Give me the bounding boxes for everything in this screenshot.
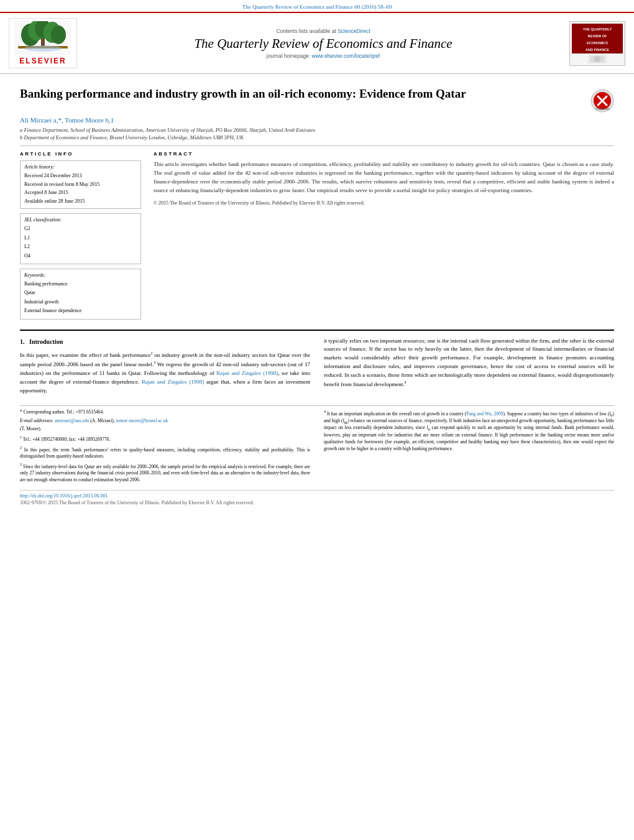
crossmark-badge: CrossMark — [590, 89, 614, 113]
journal-title-header: The Quarterly Review of Economics and Fi… — [90, 36, 557, 52]
svg-point-10 — [594, 55, 600, 62]
affiliation-b: b Department of Economics and Finance, B… — [20, 134, 614, 141]
jel-label: JEL classification: — [24, 217, 137, 223]
copyright-line: © 2015 The Board of Trustees of the Univ… — [154, 200, 614, 206]
received-revised-date: Received in revised form 8 May 2015 — [24, 180, 137, 189]
article-info-abstract-row: ARTICLE INFO Article history: Received 2… — [20, 151, 614, 320]
main-content: Banking performance and industry growth … — [0, 74, 634, 512]
intro-para-right: it typically relies on two important res… — [324, 337, 614, 390]
received-date: Received 24 December 2013 — [24, 172, 137, 180]
history-label: Article history: — [24, 164, 137, 170]
keyword-external: External finance dependence — [24, 307, 137, 315]
jel-code-l1: L1 — [24, 234, 137, 242]
jel-code-g2: G2 — [24, 224, 137, 233]
footnote-area: * Corresponding author. Tel.: +971 65154… — [20, 405, 614, 484]
section-1-title: 1. Introduction — [20, 337, 310, 347]
article-title: Banking performance and industry growth … — [20, 86, 583, 102]
rajan-zingales-ref-1[interactable]: Rajan and Zingales (1998) — [216, 370, 278, 376]
footnote-corresponding: * Corresponding author. Tel.: +971 65154… — [20, 409, 310, 416]
affiliation-a: a Finance Department, School of Business… — [20, 127, 614, 133]
svg-point-7 — [51, 25, 66, 44]
svg-text:CrossMark: CrossMark — [595, 107, 610, 111]
jel-code-l2: L2 — [24, 242, 137, 251]
footnote-tel: (T. Moore). — [20, 426, 310, 433]
accepted-date: Accepted 8 June 2015 — [24, 188, 137, 197]
article-info-column: ARTICLE INFO Article history: Received 2… — [20, 151, 141, 320]
keyword-qatar: Qatar — [24, 288, 137, 297]
tree-illustration-icon — [15, 21, 71, 55]
journal-citation: The Quarterly Review of Economics and Fi… — [242, 4, 392, 10]
homepage-line: journal homepage: www.elsevier.com/locat… — [90, 53, 557, 59]
abstract-column: ABSTRACT This article investigates wheth… — [154, 151, 614, 320]
keyword-banking: Banking performance — [24, 280, 137, 288]
footnote-1: 1 Tel.: +44 18952740000; fax: +44 189526… — [20, 435, 310, 443]
body-two-col: 1. Introduction In this paper, we examin… — [20, 337, 614, 395]
bottom-links: http://dx.doi.org/10.1016/j.qref.2015.06… — [20, 490, 614, 505]
rajan-zingales-ref-2[interactable]: Rajan and Zingales (1998) — [142, 379, 204, 385]
section-divider — [20, 330, 614, 331]
article-title-row: Banking performance and industry growth … — [20, 86, 614, 113]
elsevier-brand-text: ELSEVIER — [12, 57, 74, 65]
footnote-3: 3 Since the industry-level data for Qata… — [20, 462, 310, 484]
body-left-col: 1. Introduction In this paper, we examin… — [20, 337, 310, 395]
authors-line: Ali Mirzaei a,*, Tomoe Moore b,1 — [20, 116, 614, 124]
keywords-label: Keywords: — [24, 272, 137, 278]
history-box: Article history: Received 24 December 20… — [20, 160, 141, 209]
journal-logo-icon — [572, 55, 622, 63]
divider-after-affiliations — [20, 145, 614, 146]
journal-link-bar: The Quarterly Review of Economics and Fi… — [0, 0, 634, 12]
available-online-date: Available online 28 June 2015 — [24, 197, 137, 206]
contents-line: Contents lists available at ScienceDirec… — [90, 28, 557, 34]
issn-line: 1062-9769/© 2015 The Board of Trustees o… — [20, 500, 614, 505]
sectors-word: sectors — [252, 352, 267, 358]
crossmark-icon: CrossMark — [590, 89, 614, 113]
header-center: Contents lists available at ScienceDirec… — [83, 28, 563, 59]
svg-point-8 — [24, 45, 62, 52]
abstract-heading: ABSTRACT — [154, 151, 614, 157]
footnote-two-col: * Corresponding author. Tel.: +971 65154… — [20, 409, 614, 484]
keywords-box: Keywords: Banking performance Qatar Indu… — [20, 269, 141, 320]
article-info-heading: ARTICLE INFO — [20, 151, 141, 157]
body-right-col: it typically relies on two important res… — [324, 337, 614, 395]
journal-logo-thumbnail: THE QUARTERLYREVIEW OFECONOMICSAND FINAN… — [569, 21, 625, 66]
footnote-email: E-mail addresses: amirzaei@aus.edu (A. M… — [20, 418, 310, 425]
pang-wu-ref[interactable]: Pang and Wu, 2009 — [466, 410, 503, 416]
intro-para-left: In this paper, we examine the effect of … — [20, 351, 310, 395]
footnote-4: 4 It has an important implication on the… — [324, 409, 614, 453]
jel-code-o4: O4 — [24, 252, 137, 261]
footnote-left-col: * Corresponding author. Tel.: +971 65154… — [20, 409, 310, 484]
email-mirzaei[interactable]: amirzaei@aus.edu — [55, 418, 89, 423]
footnote-2: 2 In this paper, the term 'bank performa… — [20, 445, 310, 460]
keyword-industrial: Industrial growth — [24, 298, 137, 307]
footnote-right-col: 4 It has an important implication on the… — [324, 409, 614, 484]
homepage-url[interactable]: www.elsevier.com/locate/qref — [312, 53, 380, 59]
doi-line[interactable]: http://dx.doi.org/10.1016/j.qref.2015.06… — [20, 493, 614, 499]
abstract-text: This article investigates whether bank p… — [154, 160, 614, 195]
elsevier-logo: ELSEVIER — [9, 18, 77, 68]
email-moore[interactable]: tomoe.moore@brunel.ac.uk — [116, 418, 168, 423]
jel-box: JEL classification: G2 L1 L2 O4 — [20, 213, 141, 264]
header-area: ELSEVIER Contents lists available at Sci… — [0, 13, 634, 74]
sciencedirect-link[interactable]: ScienceDirect — [338, 28, 370, 34]
